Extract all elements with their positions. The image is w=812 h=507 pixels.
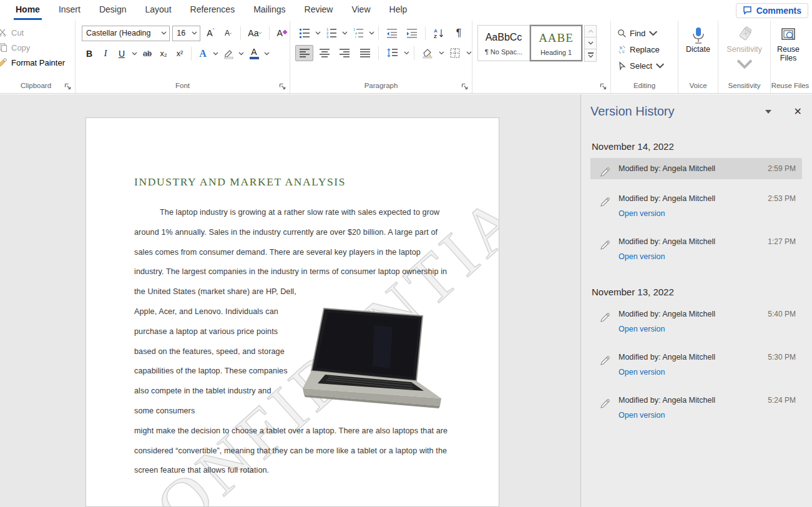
open-version-link[interactable]: Open version	[619, 411, 665, 420]
chevron-down-icon[interactable]	[466, 51, 472, 55]
dictate-button[interactable]: Dictate	[678, 25, 718, 54]
reuse-files-group-label: Reuse Files	[771, 80, 810, 93]
bullets-button[interactable]	[295, 25, 314, 41]
styles-group: AaBbCc ¶ No Spac... AABE Heading 1	[472, 21, 611, 93]
chevron-down-icon	[161, 31, 167, 35]
style-name: Heading 1	[531, 49, 581, 56]
underline-button[interactable]: U	[114, 46, 129, 62]
borders-button[interactable]	[446, 45, 464, 61]
chevron-down-icon	[648, 29, 658, 38]
shading-button[interactable]	[419, 45, 437, 61]
chevron-down-icon[interactable]	[264, 52, 270, 56]
multilevel-list-button[interactable]: 1ai	[349, 25, 368, 41]
font-name-combo[interactable]: Castellar (Heading	[82, 26, 170, 41]
tab-design[interactable]: Design	[90, 0, 136, 21]
tab-view[interactable]: View	[342, 0, 379, 21]
align-right-button[interactable]	[336, 45, 354, 61]
sort-button[interactable]: AZ	[429, 25, 448, 41]
tab-references[interactable]: References	[181, 0, 245, 21]
select-button[interactable]: Select	[611, 57, 678, 74]
font-size-combo[interactable]: 16	[172, 26, 200, 41]
paragraph-group: 123 1ai AZ ¶	[290, 21, 472, 93]
line-spacing-button[interactable]	[383, 45, 401, 61]
tab-insert[interactable]: Insert	[49, 0, 90, 21]
align-center-button[interactable]	[315, 45, 333, 61]
styles-scroll-up-button[interactable]	[584, 25, 597, 37]
sensitivity-button[interactable]: Sensitivity	[718, 25, 770, 74]
find-button[interactable]: Find	[611, 25, 678, 41]
chevron-down-icon[interactable]	[213, 52, 218, 56]
subscript-button[interactable]: x₂	[156, 46, 171, 62]
clear-formatting-button[interactable]: A◆	[275, 25, 290, 41]
tab-layout[interactable]: Layout	[136, 0, 181, 21]
font-color-button[interactable]: A	[247, 46, 262, 62]
tab-review[interactable]: Review	[295, 0, 343, 21]
version-entry[interactable]: Modified by: Angela Mitchell 2:53 PM Ope…	[590, 188, 802, 225]
chevron-down-icon[interactable]	[404, 51, 409, 55]
align-left-button[interactable]	[295, 45, 313, 61]
reuse-files-button[interactable]: Reuse Files	[771, 25, 806, 62]
justify-button[interactable]	[356, 45, 374, 61]
dialog-launcher-icon[interactable]	[461, 82, 469, 91]
tab-help[interactable]: Help	[380, 0, 417, 21]
increase-indent-button[interactable]	[403, 25, 421, 41]
decrease-indent-button[interactable]	[383, 25, 401, 41]
chevron-down-icon[interactable]	[315, 31, 321, 35]
chevron-down-icon[interactable]	[439, 51, 444, 55]
tab-mailings[interactable]: Mailings	[244, 0, 295, 21]
svg-text:A: A	[434, 28, 438, 34]
strikethrough-button[interactable]: ab	[140, 46, 155, 62]
version-entry[interactable]: Modified by: Angela Mitchell 5:40 PM Ope…	[590, 303, 802, 340]
pencil-icon	[599, 239, 611, 252]
version-entry[interactable]: Modified by: Angela Mitchell 5:24 PM Ope…	[590, 390, 802, 426]
chevron-down-icon[interactable]	[369, 31, 374, 35]
chevron-down-icon[interactable]	[132, 52, 137, 56]
svg-text:i: i	[355, 35, 356, 39]
version-entry[interactable]: Modified by: Angela Mitchell 5:30 PM Ope…	[590, 347, 802, 383]
style-no-spacing[interactable]: AaBbCc ¶ No Spac...	[477, 25, 530, 61]
style-heading1[interactable]: AABE Heading 1	[530, 25, 582, 61]
close-icon[interactable]: ✕	[794, 107, 802, 117]
svg-text:Z: Z	[434, 34, 437, 39]
document-page[interactable]: CONFIDENTIAL INDUSTRY AND MARKET ANALYSI…	[86, 117, 499, 507]
italic-button[interactable]: I	[98, 46, 113, 62]
panel-options-chevron-icon[interactable]	[765, 110, 771, 114]
copy-button[interactable]: Copy	[0, 40, 75, 55]
grow-font-button[interactable]: Aˆ	[203, 25, 218, 41]
text-effects-button[interactable]: A	[195, 46, 210, 62]
sensitivity-label: Sensitivity	[726, 45, 761, 54]
dictate-icon	[690, 26, 707, 45]
laptop-image[interactable]	[299, 306, 449, 420]
numbering-button[interactable]: 123	[322, 25, 341, 41]
open-version-link[interactable]: Open version	[619, 325, 665, 333]
highlight-button[interactable]	[221, 46, 236, 62]
copy-icon	[0, 42, 8, 52]
cut-button[interactable]: Cut	[0, 25, 75, 40]
format-painter-button[interactable]: Format Painter	[0, 55, 75, 70]
bold-button[interactable]: B	[82, 46, 97, 62]
comments-button[interactable]: Comments	[736, 3, 808, 18]
dialog-launcher-icon[interactable]	[64, 82, 72, 91]
replace-button[interactable]: bc Replace	[611, 41, 678, 57]
font-color-swatch	[250, 57, 259, 59]
open-version-link[interactable]: Open version	[619, 252, 665, 261]
open-version-link[interactable]: Open version	[619, 368, 665, 377]
tab-home[interactable]: Home	[6, 0, 49, 21]
chevron-down-icon[interactable]	[238, 52, 244, 56]
comments-icon	[743, 6, 753, 15]
version-entry[interactable]: Modified by: Angela Mitchell 2:59 PM	[590, 158, 802, 179]
pilcrow-button[interactable]: ¶	[449, 25, 468, 41]
document-paragraph-start: The laptop industry is growing at a rath…	[134, 203, 452, 302]
dialog-launcher-icon[interactable]	[278, 82, 286, 91]
dialog-launcher-icon[interactable]	[599, 82, 607, 91]
shrink-font-button[interactable]: Aˇ	[220, 25, 235, 41]
version-entry[interactable]: Modified by: Angela Mitchell 1:27 PM Ope…	[590, 231, 802, 268]
superscript-button[interactable]: x²	[172, 46, 187, 62]
open-version-link[interactable]: Open version	[619, 209, 665, 218]
version-date-header: November 13, 2022	[592, 287, 802, 297]
chevron-down-icon[interactable]	[342, 31, 348, 35]
styles-scroll-down-button[interactable]	[584, 37, 597, 50]
styles-more-button[interactable]	[584, 49, 597, 62]
change-case-button[interactable]: Aa	[246, 25, 264, 41]
ribbon-tab-bar: Home Insert Design Layout References Mai…	[0, 0, 812, 21]
